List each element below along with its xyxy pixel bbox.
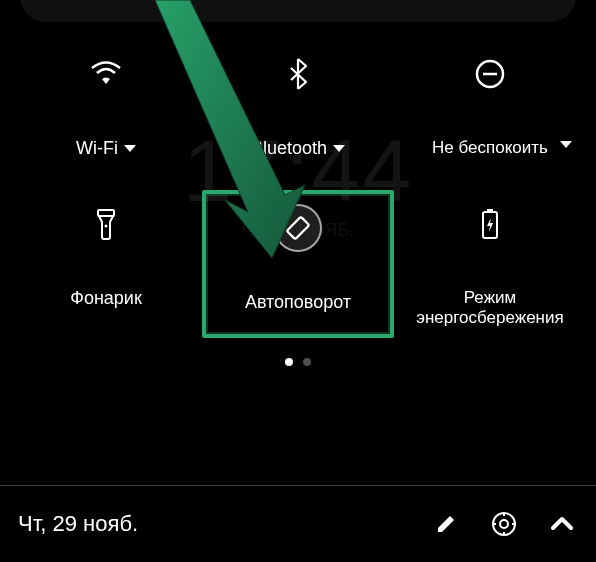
qs-tile-wifi[interactable]: Wi-Fi xyxy=(10,40,202,170)
qs-label-battery-saver: Режим энергосбережения xyxy=(405,288,575,329)
settings-button[interactable] xyxy=(488,508,520,540)
quick-settings-panel: Wi-Fi Bluetooth Не xyxy=(0,10,596,376)
qs-label-dnd: Не беспокоить xyxy=(432,138,548,158)
qs-label-flashlight: Фонарик xyxy=(70,288,142,310)
edit-button[interactable] xyxy=(430,508,462,540)
autorotate-icon xyxy=(274,204,322,252)
flashlight-icon xyxy=(82,200,130,248)
dnd-icon xyxy=(466,50,514,98)
bluetooth-icon xyxy=(274,50,322,98)
qs-label-wifi: Wi-Fi xyxy=(76,138,118,160)
wifi-icon xyxy=(82,50,130,98)
qs-row-1: Wi-Fi Bluetooth Не xyxy=(10,40,586,170)
qs-tile-battery-saver[interactable]: Режим энергосбережения xyxy=(394,190,586,339)
qs-row-2: Фонарик Автоповорот Режим xyxy=(10,190,586,339)
bottom-bar: Чт, 29 нояб. xyxy=(0,486,596,562)
expand-button[interactable] xyxy=(546,508,578,540)
svg-point-7 xyxy=(493,513,515,535)
page-dot-2[interactable] xyxy=(303,358,311,366)
svg-rect-2 xyxy=(98,210,114,216)
page-indicator xyxy=(10,358,586,366)
qs-tile-dnd[interactable]: Не беспокоить xyxy=(394,40,586,170)
battery-saver-icon xyxy=(466,200,514,248)
bottom-date: Чт, 29 нояб. xyxy=(18,511,404,537)
svg-point-3 xyxy=(105,224,108,227)
qs-label-autorotate: Автоповорот xyxy=(245,292,351,314)
page-dot-1[interactable] xyxy=(285,358,293,366)
svg-point-8 xyxy=(500,520,508,528)
svg-rect-4 xyxy=(287,216,310,239)
qs-tile-autorotate[interactable]: Автоповорот xyxy=(202,190,394,339)
qs-label-bluetooth: Bluetooth xyxy=(251,138,327,160)
chevron-down-icon[interactable] xyxy=(560,141,572,148)
chevron-down-icon[interactable] xyxy=(333,145,345,152)
qs-tile-bluetooth[interactable]: Bluetooth xyxy=(202,40,394,170)
qs-tile-flashlight[interactable]: Фонарик xyxy=(10,190,202,339)
chevron-down-icon[interactable] xyxy=(124,145,136,152)
